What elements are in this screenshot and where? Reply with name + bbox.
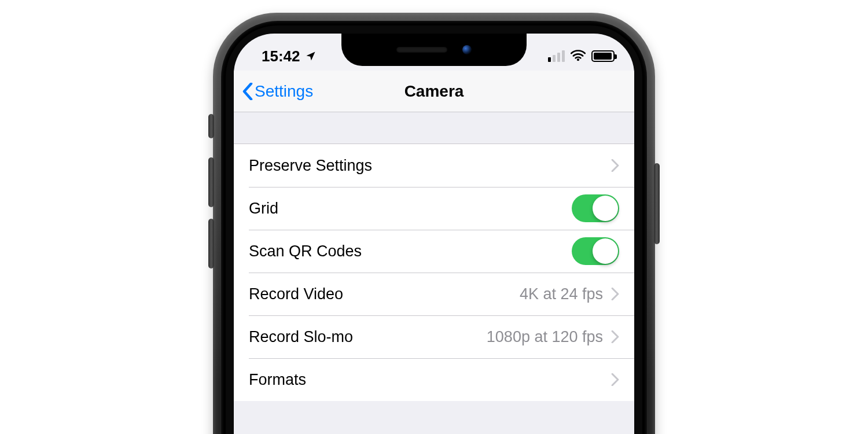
back-label: Settings	[255, 82, 313, 101]
mute-switch	[208, 114, 214, 138]
settings-row-record-video[interactable]: Record Video4K at 24 fps	[234, 273, 634, 315]
row-detail: 1080p at 120 fps	[487, 328, 603, 346]
row-label: Record Slo-mo	[249, 328, 487, 346]
section-spacer	[234, 112, 634, 144]
page-title: Camera	[404, 82, 464, 101]
row-label: Grid	[249, 200, 572, 218]
notch	[341, 34, 527, 66]
battery-icon	[591, 50, 615, 62]
back-button[interactable]: Settings	[242, 82, 313, 101]
status-time: 15:42	[262, 47, 300, 65]
row-label: Formats	[249, 371, 611, 389]
settings-row-scan-qr-codes[interactable]: Scan QR Codes	[234, 230, 634, 273]
volume-down-button	[208, 219, 214, 269]
chevron-right-icon	[611, 373, 619, 386]
row-label: Scan QR Codes	[249, 242, 572, 260]
power-button	[654, 163, 660, 244]
row-label: Record Video	[249, 285, 520, 303]
row-detail: 4K at 24 fps	[520, 285, 603, 303]
chevron-right-icon	[611, 330, 619, 343]
settings-list: Preserve SettingsGridScan QR CodesRecord…	[234, 144, 634, 401]
chevron-right-icon	[611, 159, 619, 172]
row-label: Preserve Settings	[249, 157, 611, 175]
chevron-left-icon	[242, 83, 253, 100]
wifi-icon	[571, 47, 586, 65]
toggle-scan-qr-codes[interactable]	[572, 237, 619, 265]
toggle-grid[interactable]	[572, 194, 619, 222]
settings-row-record-slo-mo[interactable]: Record Slo-mo1080p at 120 fps	[234, 315, 634, 358]
speaker-grille	[396, 47, 447, 53]
phone-frame: 15:42	[213, 13, 655, 434]
front-camera	[462, 45, 472, 54]
nav-bar: Settings Camera	[234, 71, 634, 112]
cellular-signal-icon	[548, 50, 565, 62]
location-arrow-icon	[305, 50, 317, 62]
settings-row-formats[interactable]: Formats	[234, 358, 634, 401]
screen: 15:42	[234, 34, 634, 434]
settings-row-preserve-settings[interactable]: Preserve Settings	[234, 144, 634, 187]
settings-row-grid[interactable]: Grid	[234, 187, 634, 230]
chevron-right-icon	[611, 288, 619, 300]
settings-content: Preserve SettingsGridScan QR CodesRecord…	[234, 112, 634, 434]
volume-up-button	[208, 157, 214, 207]
